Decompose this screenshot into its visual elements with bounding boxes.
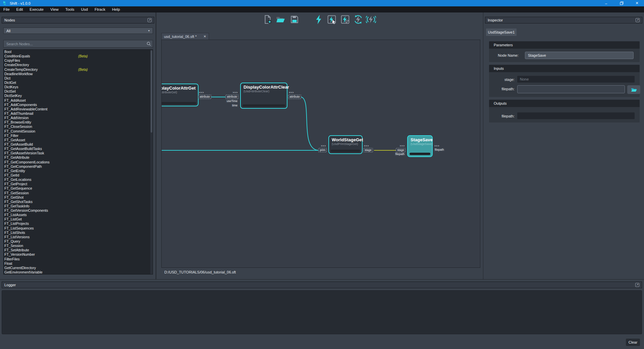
list-item[interactable]: FT_Filter [4, 134, 153, 138]
list-item[interactable]: FT_GetShot [4, 195, 153, 200]
restore-button[interactable] [619, 1, 625, 6]
port-in-usetime[interactable]: useTime [226, 99, 238, 103]
port-in-stage[interactable]: stage [396, 148, 406, 152]
list-item[interactable]: FT_ListAssets [4, 213, 153, 217]
list-item[interactable]: GetEnvironmentVariable [4, 270, 153, 275]
open-file-button[interactable] [275, 14, 285, 24]
port-out-filepath[interactable]: filepath [434, 148, 445, 152]
undock-icon[interactable]: ↗ [148, 18, 152, 22]
node-list[interactable]: BoolConditionEquals(Beta)CopyFilesCreate… [3, 49, 153, 275]
menu-execute[interactable]: Execute [26, 7, 47, 11]
list-item[interactable]: FT_AddAsset [4, 98, 153, 103]
list-item[interactable]: FT_ListGet [4, 217, 153, 221]
list-item[interactable]: Dict [4, 76, 153, 81]
list-item[interactable]: FT_GetComponentLocations [4, 160, 153, 164]
list-item[interactable]: FT_ListProjects [4, 221, 153, 226]
list-item[interactable]: FT_SetAttribute [4, 248, 153, 252]
list-item[interactable]: FT_GetShotTasks [4, 200, 153, 204]
node-graph-canvas[interactable]: DisplayColorAttrGet (UsdAttributeGet) >>… [161, 40, 480, 268]
list-item[interactable]: FT_AddThumbnail [4, 111, 153, 116]
node-stagesave[interactable]: StageSave (UsdStageSave) [407, 135, 433, 157]
list-item[interactable]: GetCurrentDirectory [4, 266, 153, 270]
list-item[interactable]: FT_CommitSession [4, 129, 153, 134]
menu-tools[interactable]: Tools [62, 7, 78, 11]
list-item[interactable]: FT_Query [4, 239, 153, 244]
list-item[interactable]: FT_BrowseEntity [4, 120, 153, 124]
port-out-attribute[interactable]: attribute [288, 95, 301, 99]
menu-file[interactable]: File [0, 7, 13, 11]
list-item[interactable]: CreateDirectory [4, 63, 153, 67]
list-item[interactable]: FT_ListVersions [4, 235, 153, 239]
scrollbar-thumb[interactable] [151, 50, 152, 133]
document-tab[interactable]: usd_tutorial_06.sft * ✕ [161, 33, 209, 40]
node-worldstageget[interactable]: WorldStageGet (UsdPrimStageGet) [328, 135, 363, 154]
list-item[interactable]: FT_GetComponentPath [4, 164, 153, 169]
list-item[interactable]: FT_GetLocations [4, 178, 153, 182]
save-file-button[interactable] [289, 14, 300, 24]
list-item[interactable]: DictGet [4, 81, 153, 85]
list-item[interactable]: CreateTempDirectory(Beta) [4, 67, 153, 72]
port-in-time[interactable]: time [231, 104, 238, 107]
port-in-prim[interactable]: prim [318, 148, 327, 152]
list-item[interactable]: FT_GetTaskInfo [4, 204, 153, 208]
wire-attrclear-to-prim[interactable] [301, 97, 318, 150]
list-item[interactable]: FilterFiles [4, 257, 153, 261]
execute-button[interactable] [315, 14, 322, 24]
node-displaycolorattrget[interactable]: DisplayColorAttrGet (UsdAttributeGet) [161, 84, 199, 106]
execute-loop-button[interactable] [353, 14, 363, 24]
menu-view[interactable]: View [47, 7, 62, 11]
list-item[interactable]: FT_CloseSession [4, 124, 153, 129]
list-item[interactable]: FT_AddVersion [4, 116, 153, 120]
new-file-button[interactable] [263, 14, 273, 24]
inspected-node-tab[interactable]: UsdStageSave1 [486, 29, 517, 36]
list-item[interactable]: DictKeys [4, 85, 153, 89]
node-displaycolorattrclear[interactable]: DisplayColorAttrClear (UsdAttributeClear… [240, 83, 287, 109]
browse-filepath-button[interactable] [627, 85, 640, 94]
menu-usd[interactable]: Usd [78, 7, 91, 11]
list-item[interactable]: FT_GetVersionComponents [4, 208, 153, 213]
list-item[interactable]: FT_GetAssetVersionTask [4, 151, 153, 155]
filepath-input[interactable] [517, 85, 625, 93]
list-item[interactable]: FT_ListSequences [4, 226, 153, 231]
port-out-attribute[interactable]: attribute [198, 95, 211, 99]
undock-icon[interactable]: ↗ [636, 18, 640, 22]
port-in-filepath[interactable]: filepath [394, 152, 406, 156]
menu-ftrack[interactable]: Ftrack [91, 7, 109, 11]
minimize-button[interactable]: – [603, 1, 609, 6]
execute-live-button[interactable] [366, 14, 376, 24]
list-item[interactable]: CopyFiles [4, 58, 153, 63]
list-scrollbar[interactable] [150, 50, 153, 274]
menu-edit[interactable]: Edit [13, 7, 26, 11]
list-item[interactable]: FT_AddComponents [4, 103, 153, 107]
menu-help[interactable]: Help [109, 7, 123, 11]
node-name-input[interactable] [525, 52, 634, 59]
list-item[interactable]: FT_Session [4, 244, 153, 248]
list-item[interactable]: Bool [4, 50, 153, 54]
list-item[interactable]: FT_GetAssetBuild [4, 142, 153, 147]
list-item[interactable]: FT_GetSequence [4, 186, 153, 191]
list-item[interactable]: ConditionEquals(Beta) [4, 54, 153, 58]
list-item[interactable]: FT_AddReviewableContent [4, 107, 153, 111]
tab-close-icon[interactable]: ✕ [204, 35, 206, 38]
search-input[interactable] [4, 42, 145, 46]
list-item[interactable]: FT_GetAttribute [4, 155, 153, 160]
list-item[interactable]: FT_GetSession [4, 191, 153, 195]
undock-icon[interactable]: ↗ [635, 283, 639, 287]
execute-stop-button[interactable] [340, 14, 350, 24]
close-button[interactable]: ✕ [634, 1, 640, 6]
list-item[interactable]: DictSetKey [4, 94, 153, 98]
port-in-attribute[interactable]: attribute [225, 95, 238, 99]
list-item[interactable]: FT_ListShots [4, 231, 153, 235]
clear-log-button[interactable]: Clear [626, 339, 640, 346]
list-item[interactable]: DictSet [4, 89, 153, 94]
list-item[interactable]: FT_GetEntity [4, 169, 153, 173]
list-item[interactable]: FT_GetAssetBuildTasks [4, 147, 153, 151]
logger-output[interactable] [2, 290, 642, 334]
list-item[interactable]: FT_VersionNumber [4, 252, 153, 257]
list-item[interactable]: FT_GetProject [4, 182, 153, 186]
execute-selected-button[interactable] [327, 14, 337, 24]
list-item[interactable]: DeadlineWorkflow [4, 72, 153, 76]
list-item[interactable]: Float [4, 261, 153, 266]
port-out-stage[interactable]: stage [363, 148, 373, 152]
list-item[interactable]: FT_GetAsset [4, 138, 153, 142]
